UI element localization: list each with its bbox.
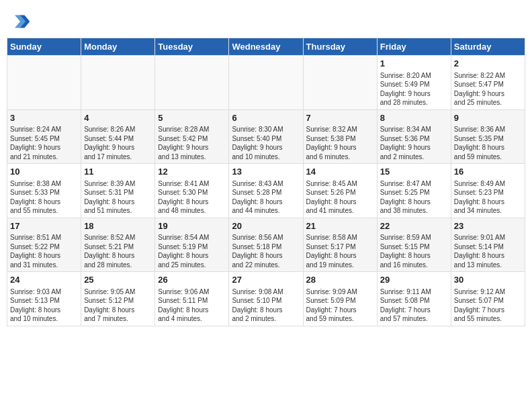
day-number: 8 <box>380 112 448 124</box>
calendar-day-cell: 16Sunrise: 8:49 AM Sunset: 5:23 PM Dayli… <box>451 164 525 218</box>
weekday-header: Tuesday <box>155 38 229 56</box>
day-info: Sunrise: 8:59 AM Sunset: 5:15 PM Dayligh… <box>380 233 448 269</box>
weekday-header: Monday <box>81 38 155 56</box>
day-info: Sunrise: 8:49 AM Sunset: 5:23 PM Dayligh… <box>454 179 522 216</box>
day-number: 15 <box>380 166 448 178</box>
day-number: 24 <box>10 274 78 286</box>
day-number: 14 <box>306 166 374 178</box>
calendar-header-row: SundayMondayTuesdayWednesdayThursdayFrid… <box>7 38 525 56</box>
calendar-day-cell: 7Sunrise: 8:32 AM Sunset: 5:38 PM Daylig… <box>303 109 377 164</box>
day-info: Sunrise: 8:52 AM Sunset: 5:21 PM Dayligh… <box>84 233 152 269</box>
calendar-day-cell: 13Sunrise: 8:43 AM Sunset: 5:28 PM Dayli… <box>229 164 303 218</box>
calendar-day-cell: 2Sunrise: 8:22 AM Sunset: 5:47 PM Daylig… <box>451 56 525 110</box>
calendar-day-cell: 10Sunrise: 8:38 AM Sunset: 5:33 PM Dayli… <box>7 164 81 218</box>
calendar-day-cell: 20Sunrise: 8:56 AM Sunset: 5:18 PM Dayli… <box>229 218 303 272</box>
day-info: Sunrise: 9:11 AM Sunset: 5:08 PM Dayligh… <box>380 287 448 324</box>
day-number: 18 <box>84 220 152 232</box>
weekday-header: Friday <box>377 38 451 56</box>
day-number: 19 <box>158 220 226 232</box>
day-info: Sunrise: 8:34 AM Sunset: 5:36 PM Dayligh… <box>380 125 448 161</box>
calendar-day-cell <box>81 56 155 110</box>
day-number: 7 <box>306 112 374 124</box>
day-number: 28 <box>306 274 374 286</box>
calendar-day-cell: 14Sunrise: 8:45 AM Sunset: 5:26 PM Dayli… <box>303 164 377 218</box>
calendar-day-cell: 12Sunrise: 8:41 AM Sunset: 5:30 PM Dayli… <box>155 164 229 218</box>
calendar-day-cell <box>303 56 377 110</box>
day-info: Sunrise: 8:38 AM Sunset: 5:33 PM Dayligh… <box>10 179 78 216</box>
weekday-header: Sunday <box>7 38 81 56</box>
day-number: 30 <box>454 274 522 286</box>
day-info: Sunrise: 9:05 AM Sunset: 5:12 PM Dayligh… <box>84 287 152 324</box>
day-number: 2 <box>454 58 522 70</box>
calendar-day-cell: 19Sunrise: 8:54 AM Sunset: 5:19 PM Dayli… <box>155 218 229 272</box>
day-info: Sunrise: 8:56 AM Sunset: 5:18 PM Dayligh… <box>232 233 300 269</box>
day-number: 16 <box>454 166 522 178</box>
day-info: Sunrise: 8:54 AM Sunset: 5:19 PM Dayligh… <box>158 233 226 269</box>
day-info: Sunrise: 9:12 AM Sunset: 5:07 PM Dayligh… <box>454 287 522 324</box>
weekday-header: Thursday <box>303 38 377 56</box>
day-info: Sunrise: 9:09 AM Sunset: 5:09 PM Dayligh… <box>306 287 374 324</box>
day-info: Sunrise: 9:06 AM Sunset: 5:11 PM Dayligh… <box>158 287 226 324</box>
day-number: 5 <box>158 112 226 124</box>
day-info: Sunrise: 8:47 AM Sunset: 5:25 PM Dayligh… <box>380 179 448 216</box>
calendar-week-row: 3Sunrise: 8:24 AM Sunset: 5:45 PM Daylig… <box>7 109 525 164</box>
weekday-header: Saturday <box>451 38 525 56</box>
day-number: 6 <box>232 112 300 124</box>
day-number: 21 <box>306 220 374 232</box>
calendar-day-cell: 15Sunrise: 8:47 AM Sunset: 5:25 PM Dayli… <box>377 164 451 218</box>
day-number: 29 <box>380 274 448 286</box>
calendar-day-cell: 30Sunrise: 9:12 AM Sunset: 5:07 PM Dayli… <box>451 272 525 326</box>
day-info: Sunrise: 9:01 AM Sunset: 5:14 PM Dayligh… <box>454 233 522 269</box>
day-number: 23 <box>454 220 522 232</box>
calendar-week-row: 17Sunrise: 8:51 AM Sunset: 5:22 PM Dayli… <box>7 218 525 272</box>
calendar-day-cell: 5Sunrise: 8:28 AM Sunset: 5:42 PM Daylig… <box>155 109 229 164</box>
day-info: Sunrise: 8:32 AM Sunset: 5:38 PM Dayligh… <box>306 125 374 161</box>
day-info: Sunrise: 8:41 AM Sunset: 5:30 PM Dayligh… <box>158 179 226 216</box>
day-info: Sunrise: 8:28 AM Sunset: 5:42 PM Dayligh… <box>158 125 226 161</box>
day-number: 26 <box>158 274 226 286</box>
calendar-day-cell: 4Sunrise: 8:26 AM Sunset: 5:44 PM Daylig… <box>81 109 155 164</box>
day-info: Sunrise: 8:51 AM Sunset: 5:22 PM Dayligh… <box>10 233 78 269</box>
day-number: 20 <box>232 220 300 232</box>
day-number: 3 <box>10 112 78 124</box>
day-info: Sunrise: 8:26 AM Sunset: 5:44 PM Dayligh… <box>84 125 152 161</box>
day-info: Sunrise: 8:30 AM Sunset: 5:40 PM Dayligh… <box>232 125 300 161</box>
calendar-week-row: 10Sunrise: 8:38 AM Sunset: 5:33 PM Dayli… <box>7 164 525 218</box>
calendar-day-cell: 28Sunrise: 9:09 AM Sunset: 5:09 PM Dayli… <box>303 272 377 326</box>
day-number: 10 <box>10 166 78 178</box>
day-info: Sunrise: 8:22 AM Sunset: 5:47 PM Dayligh… <box>454 71 522 107</box>
calendar-day-cell: 26Sunrise: 9:06 AM Sunset: 5:11 PM Dayli… <box>155 272 229 326</box>
calendar-day-cell: 18Sunrise: 8:52 AM Sunset: 5:21 PM Dayli… <box>81 218 155 272</box>
calendar-day-cell: 3Sunrise: 8:24 AM Sunset: 5:45 PM Daylig… <box>7 109 81 164</box>
day-info: Sunrise: 8:36 AM Sunset: 5:35 PM Dayligh… <box>454 125 522 161</box>
day-info: Sunrise: 8:24 AM Sunset: 5:45 PM Dayligh… <box>10 125 78 161</box>
day-info: Sunrise: 9:08 AM Sunset: 5:10 PM Dayligh… <box>232 287 300 324</box>
calendar-day-cell <box>155 56 229 110</box>
calendar-day-cell: 1Sunrise: 8:20 AM Sunset: 5:49 PM Daylig… <box>377 56 451 110</box>
day-info: Sunrise: 8:39 AM Sunset: 5:31 PM Dayligh… <box>84 179 152 216</box>
calendar-table: SundayMondayTuesdayWednesdayThursdayFrid… <box>7 38 525 326</box>
calendar-day-cell: 24Sunrise: 9:03 AM Sunset: 5:13 PM Dayli… <box>7 272 81 326</box>
calendar-day-cell: 11Sunrise: 8:39 AM Sunset: 5:31 PM Dayli… <box>81 164 155 218</box>
calendar-day-cell: 29Sunrise: 9:11 AM Sunset: 5:08 PM Dayli… <box>377 272 451 326</box>
calendar-day-cell: 8Sunrise: 8:34 AM Sunset: 5:36 PM Daylig… <box>377 109 451 164</box>
day-info: Sunrise: 8:20 AM Sunset: 5:49 PM Dayligh… <box>380 71 448 107</box>
day-number: 1 <box>380 58 448 70</box>
calendar-day-cell: 9Sunrise: 8:36 AM Sunset: 5:35 PM Daylig… <box>451 109 525 164</box>
calendar-day-cell: 25Sunrise: 9:05 AM Sunset: 5:12 PM Dayli… <box>81 272 155 326</box>
logo-icon <box>9 11 31 32</box>
day-info: Sunrise: 8:45 AM Sunset: 5:26 PM Dayligh… <box>306 179 374 216</box>
day-number: 22 <box>380 220 448 232</box>
calendar-week-row: 1Sunrise: 8:20 AM Sunset: 5:49 PM Daylig… <box>7 56 525 110</box>
day-number: 27 <box>232 274 300 286</box>
logo <box>9 11 34 32</box>
page-header <box>7 7 525 32</box>
day-info: Sunrise: 9:03 AM Sunset: 5:13 PM Dayligh… <box>10 287 78 324</box>
calendar-day-cell: 23Sunrise: 9:01 AM Sunset: 5:14 PM Dayli… <box>451 218 525 272</box>
day-info: Sunrise: 8:43 AM Sunset: 5:28 PM Dayligh… <box>232 179 300 216</box>
day-number: 25 <box>84 274 152 286</box>
calendar-day-cell: 6Sunrise: 8:30 AM Sunset: 5:40 PM Daylig… <box>229 109 303 164</box>
weekday-header: Wednesday <box>229 38 303 56</box>
day-number: 17 <box>10 220 78 232</box>
day-info: Sunrise: 8:58 AM Sunset: 5:17 PM Dayligh… <box>306 233 374 269</box>
